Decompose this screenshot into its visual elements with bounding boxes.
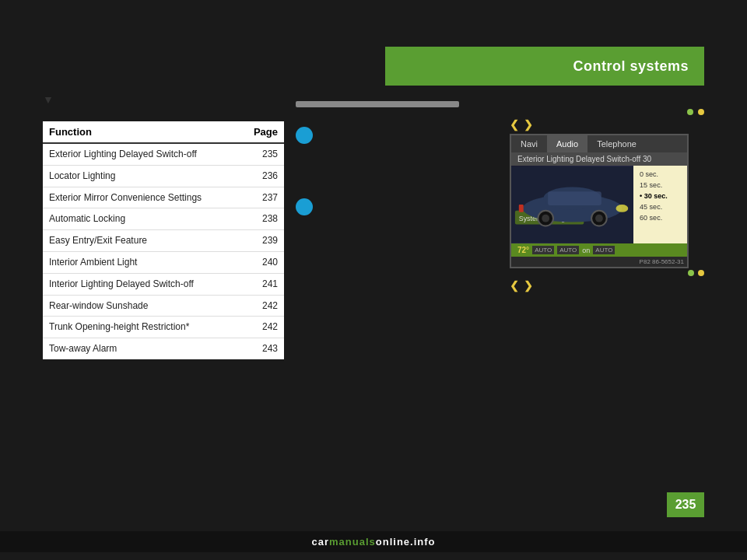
nav-telephone[interactable]: Telephone (587, 135, 646, 152)
footer-on: on (582, 247, 590, 254)
bottom-bracket-row: ❮ ❯ (510, 279, 704, 292)
middle-text-2 (296, 215, 475, 229)
table-cell-page: 242 (240, 295, 284, 317)
bracket-right-top: ❯ (524, 118, 533, 131)
bracket-left-bottom: ❮ (510, 279, 519, 292)
table-row: Rear-window Sunshade242 (43, 295, 284, 317)
nav-navi[interactable]: Navi (511, 135, 547, 152)
display-footer: 72° AUTO AUTO on AUTO (511, 243, 687, 257)
table-cell-function: Exterior Mirror Convenience Settings (43, 187, 240, 208)
table-cell-page: 242 (240, 317, 284, 338)
middle-text-1 (296, 156, 475, 169)
table-row: Locator Lighting236 (43, 165, 284, 187)
table-cell-page: 240 (240, 251, 284, 273)
website-highlight: manuals (329, 536, 376, 548)
dot-green-bottom (688, 270, 694, 276)
table-row: Exterior Lighting Delayed Switch-off235 (43, 143, 284, 165)
website-text: carmanualsonline.info (312, 536, 436, 548)
table-cell-function: Interior Lighting Delayed Switch-off (43, 273, 240, 295)
display-code: P82 86-5652-31 (511, 257, 687, 267)
display-nav-bar: Navi Audio Telephone (511, 135, 687, 152)
option-45sec[interactable]: 45 sec. (637, 201, 684, 212)
page-number-value: 235 (675, 498, 696, 512)
option-15sec[interactable]: 15 sec. (637, 180, 684, 191)
header-title: Control systems (573, 58, 689, 75)
table-cell-page: 243 (240, 338, 284, 359)
left-section: ▼ Function Page Exterior Lighting Delaye… (43, 93, 284, 359)
footer-temp: 72° (517, 246, 529, 254)
page-number: 235 (667, 492, 704, 517)
display-main: System Settings (511, 166, 687, 243)
top-bracket-row: ❮ ❯ (510, 118, 704, 131)
blue-circle-1 (296, 127, 313, 144)
table-cell-function: Interior Ambient Light (43, 251, 240, 273)
option-60sec[interactable]: 60 sec. (637, 212, 684, 223)
bottom-dots (510, 270, 704, 276)
table-row: Automatic Locking238 (43, 208, 284, 230)
nav-audio[interactable]: Audio (547, 135, 587, 152)
function-table: Function Page Exterior Lighting Delayed … (43, 121, 284, 359)
table-row: Tow-away Alarm243 (43, 338, 284, 359)
table-cell-function: Trunk Opening-height Restriction* (43, 317, 240, 338)
display-header: Exterior Lighting Delayed Switch-off 30 (511, 152, 687, 166)
dot-green (687, 109, 693, 115)
middle-section (296, 101, 475, 228)
table-cell-page: 237 (240, 187, 284, 208)
bracket-left-top: ❮ (510, 118, 519, 131)
svg-rect-5 (548, 191, 601, 205)
footer-auto3: AUTO (593, 246, 615, 254)
table-cell-page: 235 (240, 143, 284, 165)
right-section: ❮ ❯ Navi Audio Telephone Exterior Lighti… (510, 109, 704, 292)
display-options: 0 sec. 15 sec. 30 sec. 45 sec. 60 sec. (633, 166, 687, 243)
table-cell-function: Tow-away Alarm (43, 338, 240, 359)
option-0sec[interactable]: 0 sec. (637, 169, 684, 180)
svg-point-10 (616, 205, 629, 212)
triangle-icon: ▼ (43, 93, 284, 106)
dot-yellow-bottom (698, 270, 704, 276)
display-car-image: System Settings (511, 166, 633, 243)
dot-yellow (698, 109, 704, 115)
table-row: Trunk Opening-height Restriction*242 (43, 317, 284, 338)
table-cell-function: Rear-window Sunshade (43, 295, 240, 317)
col-function-header: Function (43, 121, 240, 143)
blue-circle-2 (296, 198, 313, 215)
col-page-header: Page (240, 121, 284, 143)
svg-point-9 (595, 215, 603, 222)
top-indicators (510, 109, 704, 115)
table-cell-function: Locator Lighting (43, 165, 240, 187)
bracket-right-bottom: ❯ (524, 279, 533, 292)
table-cell-function: Easy Entry/Exit Feature (43, 230, 240, 252)
table-row: Interior Lighting Delayed Switch-off241 (43, 273, 284, 295)
svg-rect-11 (519, 205, 524, 212)
table-cell-function: Exterior Lighting Delayed Switch-off (43, 143, 240, 165)
table-row: Exterior Mirror Convenience Settings237 (43, 187, 284, 208)
table-cell-page: 241 (240, 273, 284, 295)
footer-auto1: AUTO (532, 246, 554, 254)
gray-bar (296, 101, 459, 107)
svg-point-7 (542, 215, 549, 222)
footer-auto2: AUTO (557, 246, 579, 254)
header-banner: Control systems (385, 47, 704, 86)
table-row: Easy Entry/Exit Feature239 (43, 230, 284, 252)
table-cell-function: Automatic Locking (43, 208, 240, 230)
table-cell-page: 238 (240, 208, 284, 230)
table-cell-page: 236 (240, 165, 284, 187)
option-30sec[interactable]: 30 sec. (637, 191, 684, 201)
table-row: Interior Ambient Light240 (43, 251, 284, 273)
website-footer: carmanualsonline.info (0, 531, 747, 552)
car-display: Navi Audio Telephone Exterior Lighting D… (510, 134, 689, 268)
table-cell-page: 239 (240, 230, 284, 252)
